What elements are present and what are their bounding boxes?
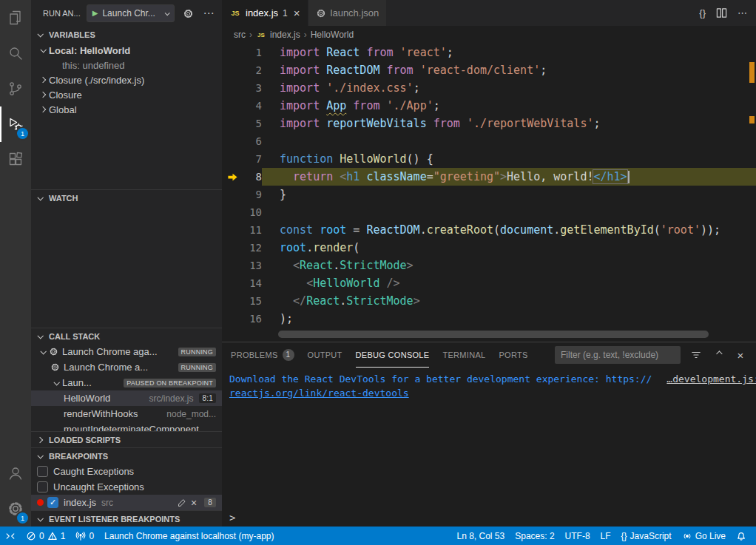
breakpoint-checkbox[interactable]: ✓	[47, 497, 58, 508]
activity-extensions[interactable]	[0, 142, 31, 177]
call-stack-item[interactable]: mountIndeterminateComponent	[31, 422, 222, 431]
code-line[interactable]: 4import App from './App';	[222, 97, 756, 115]
code-line[interactable]: 15 </React.StrictMode>	[222, 292, 756, 310]
breadcrumb-symbol[interactable]: HelloWorld	[311, 30, 354, 40]
activity-source-control[interactable]	[0, 71, 31, 106]
edit-breakpoint-icon[interactable]	[178, 498, 186, 507]
breakpoint-gutter[interactable]	[222, 97, 243, 115]
encoding-status[interactable]: UTF-8	[560, 527, 595, 545]
breakpoint-item[interactable]: Uncaught Exceptions	[31, 479, 222, 495]
debug-current-line-arrow-icon[interactable]	[222, 168, 243, 186]
go-live-button[interactable]: Go Live	[677, 527, 731, 545]
breakpoint-gutter[interactable]	[222, 150, 243, 168]
breakpoint-gutter[interactable]	[222, 257, 243, 274]
console-source-link[interactable]: …development.js:29840	[652, 372, 756, 386]
breakpoint-checkbox[interactable]	[37, 466, 48, 477]
panel-tab-ports[interactable]: PORTS	[499, 342, 527, 368]
debug-console-input[interactable]: >	[222, 509, 756, 527]
notifications-bell[interactable]	[731, 527, 752, 545]
breakpoint-gutter[interactable]	[222, 203, 243, 221]
call-stack-item[interactable]: Launch Chrome a...RUNNING	[31, 359, 222, 375]
variable-item[interactable]: Global	[31, 102, 222, 117]
panel-tab-terminal[interactable]: TERMINAL	[442, 342, 485, 368]
ports-status[interactable]: 0	[70, 527, 99, 545]
remote-indicator[interactable]	[0, 527, 21, 545]
variable-item[interactable]: this: undefined	[31, 58, 222, 72]
call-stack-item[interactable]: Laun...PAUSED ON BREAKPOINT	[31, 375, 222, 390]
panel-tab-debug-console[interactable]: DEBUG CONSOLE	[356, 342, 430, 368]
code-line[interactable]: 10	[222, 203, 756, 221]
breakpoint-gutter[interactable]	[222, 44, 243, 61]
activity-settings[interactable]: 1	[0, 491, 31, 527]
section-event-listener-breakpoints[interactable]: EVENT LISTENER BREAKPOINTS	[31, 510, 222, 527]
breakpoint-item[interactable]: ✓index.jssrc×8	[31, 495, 222, 510]
remove-breakpoint-icon[interactable]: ×	[191, 498, 197, 508]
code-line[interactable]: 11const root = ReactDOM.createRoot(docum…	[222, 221, 756, 239]
code-line[interactable]: 9}	[222, 186, 756, 203]
breakpoint-gutter[interactable]	[222, 61, 243, 79]
start-debugging-icon[interactable]: ▶	[92, 10, 98, 17]
language-mode[interactable]: {} JavaScript	[616, 527, 677, 545]
variable-item[interactable]: Closure	[31, 87, 222, 102]
activity-search[interactable]	[0, 35, 31, 71]
code-line[interactable]: 13 <React.StrictMode>	[222, 257, 756, 274]
code-line[interactable]: 14 <HelloWorld />	[222, 274, 756, 292]
maximize-panel-icon[interactable]	[712, 348, 725, 362]
activity-explorer[interactable]	[0, 0, 31, 35]
breakpoint-gutter[interactable]	[222, 186, 243, 203]
braces-icon[interactable]: {}	[699, 7, 706, 18]
eol-status[interactable]: LF	[595, 527, 616, 545]
console-link[interactable]: reactjs.org/link/react-devtools	[229, 386, 409, 400]
close-tab-icon[interactable]: ×	[294, 7, 300, 19]
call-stack-item[interactable]: Launch Chrome aga...RUNNING	[31, 344, 222, 359]
call-stack-item[interactable]: renderWithHooksnode_mod...	[31, 406, 222, 422]
code-editor[interactable]: 1import React from 'react';2import React…	[222, 44, 756, 342]
breakpoint-gutter[interactable]	[222, 221, 243, 239]
code-line[interactable]: 3import './index.css';	[222, 79, 756, 97]
section-call-stack[interactable]: CALL STACK	[31, 328, 222, 344]
debug-configure-gear-icon[interactable]	[180, 6, 195, 21]
code-line[interactable]: 2import ReactDOM from 'react-dom/client'…	[222, 61, 756, 79]
section-variables[interactable]: VARIABLES	[31, 27, 222, 43]
breakpoint-gutter[interactable]	[222, 132, 243, 150]
breadcrumb-file[interactable]: index.js	[270, 30, 300, 40]
breakpoint-gutter[interactable]	[222, 310, 243, 328]
breakpoint-gutter[interactable]	[222, 79, 243, 97]
debug-console-filter-input[interactable]	[555, 346, 681, 364]
tab-launch-json[interactable]: launch.json	[308, 0, 388, 26]
breakpoint-gutter[interactable]	[222, 115, 243, 132]
section-breakpoints[interactable]: BREAKPOINTS	[31, 447, 222, 464]
split-editor-icon[interactable]	[716, 7, 727, 18]
code-line[interactable]: 12root.render(	[222, 239, 756, 257]
breakpoint-checkbox[interactable]	[37, 481, 48, 492]
indentation-status[interactable]: Spaces: 2	[510, 527, 559, 545]
breadcrumb-folder[interactable]: src	[234, 30, 246, 40]
breakpoint-gutter[interactable]	[222, 239, 243, 257]
code-line[interactable]: 7function HelloWorld() {	[222, 150, 756, 168]
breakpoint-item[interactable]: Caught Exceptions	[31, 464, 222, 479]
console-link[interactable]: Download the React DevTools for a better…	[229, 372, 652, 386]
variable-item[interactable]: Closure (./src/index.js)	[31, 72, 222, 87]
horizontal-scrollbar[interactable]	[278, 331, 709, 338]
panel-tab-output[interactable]: OUTPUT	[308, 342, 342, 368]
debug-session-status[interactable]: Launch Chrome against localhost (my-app)	[99, 527, 279, 545]
filter-icon[interactable]	[689, 348, 703, 362]
code-line[interactable]: 8 return <h1 className="greeting">Hello,…	[222, 168, 756, 186]
section-loaded-scripts[interactable]: LOADED SCRIPTS	[31, 431, 222, 447]
section-watch[interactable]: WATCH	[31, 189, 222, 206]
activity-accounts[interactable]	[0, 456, 31, 491]
code-line[interactable]: 16);	[222, 310, 756, 328]
code-line[interactable]: 5import reportWebVitals from './reportWe…	[222, 115, 756, 132]
breakpoint-gutter[interactable]	[222, 274, 243, 292]
debug-launch-config-dropdown[interactable]: ▶ Launch Chr...	[87, 4, 175, 22]
tab-index-js[interactable]: JS index.js 1 ×	[222, 0, 308, 26]
breakpoint-gutter[interactable]	[222, 292, 243, 310]
code-line[interactable]: 6	[222, 132, 756, 150]
cursor-position[interactable]: Ln 8, Col 53	[451, 527, 510, 545]
editor-more-actions-icon[interactable]: ⋯	[738, 7, 747, 18]
close-panel-icon[interactable]: ×	[734, 348, 747, 362]
call-stack-item[interactable]: HelloWorldsrc/index.js8:1	[31, 390, 222, 406]
code-line[interactable]: 1import React from 'react';	[222, 44, 756, 61]
panel-tab-problems[interactable]: PROBLEMS1	[231, 342, 294, 368]
activity-run-and-debug[interactable]: 1	[0, 106, 31, 142]
